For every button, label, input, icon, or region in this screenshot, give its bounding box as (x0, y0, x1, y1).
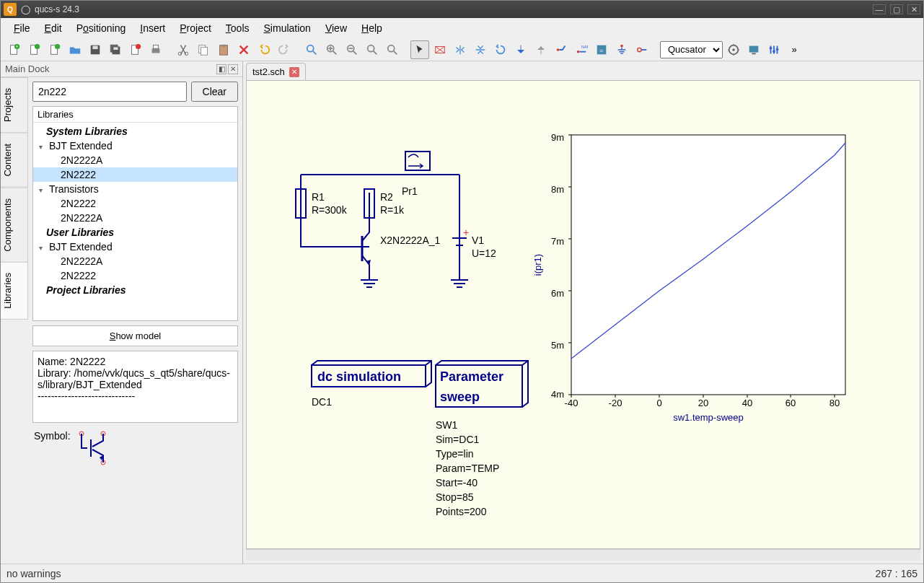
pointer-icon[interactable] (410, 40, 429, 59)
tree-item[interactable]: 2N2222 (33, 268, 237, 283)
svg-text:R=1k: R=1k (380, 204, 405, 216)
tree-group-bjt-extended[interactable]: BJT Extended (33, 139, 237, 153)
simulator-select[interactable]: Qucsator (660, 41, 723, 58)
svg-text:=: = (599, 46, 603, 53)
move-down-icon[interactable] (511, 40, 530, 59)
paste-icon[interactable] (214, 40, 233, 59)
new-text-icon[interactable] (25, 40, 44, 59)
menu-file[interactable]: File (6, 19, 38, 37)
svg-text:Pr1: Pr1 (402, 185, 418, 197)
status-message: no warnings (6, 568, 61, 579)
new-symbol-icon[interactable] (45, 40, 64, 59)
file-tab[interactable]: tst2.sch ✕ (246, 63, 306, 80)
rotate-icon[interactable] (491, 40, 510, 59)
component-description: Name: 2N2222 Library: /home/vvk/qucs_s_q… (32, 351, 238, 423)
copy-icon[interactable] (194, 40, 213, 59)
tree-group-transistors[interactable]: Transistors (33, 182, 237, 196)
tune-icon[interactable] (765, 40, 783, 59)
tab-libraries[interactable]: Libraries (1, 262, 28, 320)
svg-text:Stop=85: Stop=85 (436, 491, 474, 503)
svg-rect-19 (201, 47, 207, 55)
zoom-out-icon[interactable] (343, 40, 361, 59)
close-file-icon[interactable] (126, 40, 145, 59)
svg-text:6m: 6m (551, 288, 564, 299)
svg-rect-77 (571, 135, 845, 395)
close-button[interactable]: ✕ (907, 4, 920, 14)
svg-rect-11 (113, 47, 118, 50)
more-icon[interactable]: » (785, 40, 804, 59)
menu-help[interactable]: Help (354, 19, 390, 37)
save-icon[interactable] (86, 40, 105, 59)
redo-icon[interactable] (275, 40, 294, 59)
menu-view[interactable]: View (318, 19, 354, 37)
svg-text:X2N2222A_1: X2N2222A_1 (380, 234, 441, 246)
maximize-button[interactable]: ▢ (890, 4, 903, 14)
deactivate-icon[interactable] (431, 40, 449, 59)
tree-item[interactable]: 2N2222A (33, 254, 237, 268)
dock-float-button[interactable]: ◧ (216, 64, 226, 74)
tree-item[interactable]: 2N2222A (33, 153, 237, 167)
zoom-area-icon[interactable] (383, 40, 402, 59)
mirror-v-icon[interactable] (471, 40, 490, 59)
titlebar: Q ◯ qucs-s 24.3 — ▢ ✕ (1, 1, 923, 18)
save-all-icon[interactable] (106, 40, 125, 59)
new-doc-icon[interactable]: + (5, 40, 24, 59)
mirror-h-icon[interactable] (451, 40, 470, 59)
undo-icon[interactable] (255, 40, 273, 59)
svg-point-36 (732, 48, 735, 51)
wire-label-icon[interactable]: NAME (572, 40, 591, 59)
close-tab-button[interactable]: ✕ (289, 67, 299, 77)
svg-text:sw1.temp-sweep: sw1.temp-sweep (673, 412, 744, 423)
menu-edit[interactable]: Edit (38, 19, 69, 37)
open-icon[interactable] (66, 40, 84, 59)
cut-icon[interactable] (174, 40, 193, 59)
move-up-icon[interactable] (532, 40, 550, 59)
schematic-canvas[interactable]: Pr1 R1 R=300k R2 R=1k X (247, 81, 920, 548)
menu-simulation[interactable]: Simulation (257, 19, 318, 37)
zoom-in-icon[interactable] (322, 40, 341, 59)
zoom-100-icon[interactable] (363, 40, 382, 59)
clear-button[interactable]: Clear (191, 82, 238, 102)
svg-rect-38 (752, 53, 755, 54)
svg-rect-39 (770, 47, 773, 49)
tree-item[interactable]: 2N2222 (33, 196, 237, 211)
tree-group-bjt-extended-user[interactable]: BJT Extended (33, 240, 237, 254)
tree-item-selected[interactable]: 2N2222 (33, 167, 237, 182)
window-title: qucs-s 24.3 (35, 4, 79, 14)
tab-content[interactable]: Content (1, 133, 28, 188)
simulate-icon[interactable] (724, 40, 743, 59)
file-tab-label: tst2.sch (252, 66, 285, 77)
wire-icon[interactable] (552, 40, 571, 59)
tree-item[interactable]: 2N2222A (33, 211, 237, 225)
svg-point-28 (557, 48, 560, 51)
svg-rect-20 (220, 45, 228, 54)
show-model-button[interactable]: Show model (32, 325, 238, 346)
svg-text:R2: R2 (380, 191, 393, 203)
menu-project[interactable]: Project (172, 19, 219, 37)
svg-text:sweep: sweep (440, 390, 480, 404)
menu-insert[interactable]: Insert (133, 19, 172, 37)
svg-text:Param=TEMP: Param=TEMP (436, 463, 499, 474)
svg-text:Start=-40: Start=-40 (436, 477, 478, 488)
minimize-button[interactable]: — (873, 4, 886, 14)
tab-components[interactable]: Components (1, 188, 28, 263)
svg-text:NAME: NAME (581, 45, 588, 49)
horizontal-scrollbar[interactable] (246, 549, 920, 561)
print-icon[interactable] (146, 40, 165, 59)
dock-close-button[interactable]: ✕ (228, 64, 238, 74)
svg-text:4m: 4m (551, 389, 564, 400)
display-icon[interactable] (744, 40, 763, 59)
menu-positioning[interactable]: Positioning (69, 19, 133, 37)
equation-icon[interactable]: = (592, 40, 611, 59)
tab-projects[interactable]: Projects (1, 77, 28, 133)
search-input[interactable] (32, 82, 187, 102)
menu-tools[interactable]: Tools (219, 19, 257, 37)
ground-icon[interactable] (612, 40, 631, 59)
zoom-fit-icon[interactable] (302, 40, 321, 59)
svg-text:9m: 9m (551, 132, 564, 143)
port-icon[interactable] (633, 40, 651, 59)
delete-icon[interactable] (234, 40, 253, 59)
svg-text:SW1: SW1 (436, 419, 458, 431)
svg-text:0: 0 (656, 398, 661, 408)
library-tree[interactable]: System Libraries BJT Extended 2N2222A 2N… (33, 123, 237, 320)
